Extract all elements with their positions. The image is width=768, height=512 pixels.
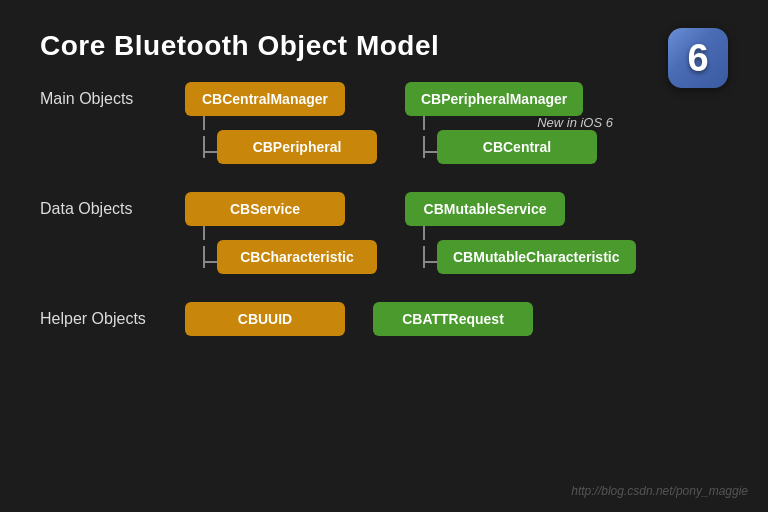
- main-container: Core Bluetooth Object Model 6 New in iOS…: [0, 0, 768, 512]
- diagram-area: Main Objects CBCentralManager CBPeripher…: [40, 82, 728, 336]
- helper-objects-boxes: CBUUID CBATTRequest: [185, 302, 533, 336]
- main-objects-row: Main Objects CBCentralManager CBPeripher…: [40, 82, 728, 164]
- data-objects-right: CBMutableService CBMutableCharacteristic: [405, 192, 636, 274]
- cbuuid-box: CBUUID: [185, 302, 345, 336]
- cb-central-manager-box: CBCentralManager: [185, 82, 345, 116]
- cb-service-box: CBService: [185, 192, 345, 226]
- ios6-badge: 6: [668, 28, 728, 88]
- data-objects-label: Data Objects: [40, 192, 185, 218]
- cb-central-box: CBCentral: [437, 130, 597, 164]
- cb-peripheral-box: CBPeripheral: [217, 130, 377, 164]
- cb-mutable-characteristic-box: CBMutableCharacteristic: [437, 240, 636, 274]
- main-objects-left: CBCentralManager CBPeripheral: [185, 82, 377, 164]
- helper-objects-row: Helper Objects CBUUID CBATTRequest: [40, 302, 728, 336]
- data-objects-row: Data Objects CBService CBCharacteristic: [40, 192, 728, 274]
- cb-characteristic-box: CBCharacteristic: [217, 240, 377, 274]
- data-objects-left: CBService CBCharacteristic: [185, 192, 377, 274]
- cb-mutable-service-box: CBMutableService: [405, 192, 565, 226]
- cb-peripheral-manager-box: CBPeripheralManager: [405, 82, 583, 116]
- helper-objects-label: Helper Objects: [40, 302, 185, 328]
- main-objects-label: Main Objects: [40, 82, 185, 108]
- new-ios6-label: New in iOS 6: [537, 115, 613, 130]
- page-title: Core Bluetooth Object Model: [40, 30, 728, 62]
- cbatt-request-box: CBATTRequest: [373, 302, 533, 336]
- watermark: http://blog.csdn.net/pony_maggie: [571, 484, 748, 498]
